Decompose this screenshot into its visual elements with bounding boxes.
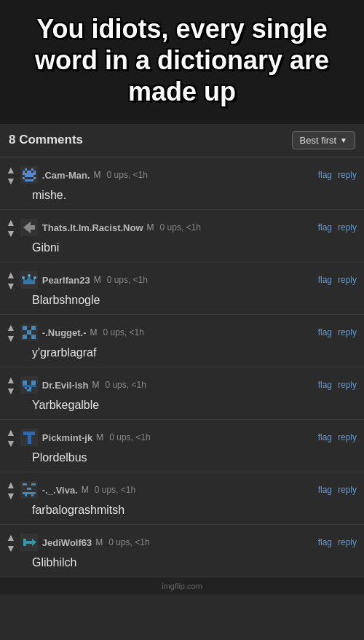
username: Thats.It.Im.Racist.Now <box>42 222 143 233</box>
comment-actions: flag reply <box>318 380 357 390</box>
vote-controls[interactable]: ▲ ▼ <box>6 270 16 291</box>
meta-info: 0 ups, <1h <box>109 432 317 442</box>
gender: M <box>94 275 101 285</box>
reply-link[interactable]: reply <box>338 222 357 233</box>
comment-meta-row: ▲ ▼ JediWolf63 M 0 ups, <1h flag reply <box>0 529 364 555</box>
svg-rect-40 <box>31 494 33 496</box>
svg-rect-19 <box>23 326 27 330</box>
svg-rect-42 <box>23 541 32 544</box>
svg-rect-28 <box>29 387 31 389</box>
comments-list: ▲ ▼ .Cam-Man. M 0 ups, <1h flag reply mi… <box>0 157 364 577</box>
downvote-button[interactable]: ▼ <box>6 491 16 501</box>
comment-meta-row: ▲ ▼ .Cam-Man. M 0 ups, <1h flag reply <box>0 162 364 187</box>
downvote-button[interactable]: ▼ <box>6 228 16 238</box>
meta-info: 0 ups, <1h <box>160 222 318 233</box>
comments-section: 8 Comments Best first ▼ ▲ ▼ .Cam-Man. M … <box>0 124 364 577</box>
vote-controls[interactable]: ▲ ▼ <box>6 532 16 553</box>
vote-controls[interactable]: ▲ ▼ <box>6 480 16 501</box>
vote-controls[interactable]: ▲ ▼ <box>6 217 16 238</box>
comment-text-row: Blarbshnogle <box>0 292 364 310</box>
svg-rect-30 <box>23 385 36 387</box>
comment-text-row: Glibhilch <box>0 555 364 572</box>
reply-link[interactable]: reply <box>338 170 357 180</box>
avatar <box>20 534 38 551</box>
flag-link[interactable]: flag <box>318 432 332 442</box>
reply-link[interactable]: reply <box>338 380 357 390</box>
downvote-button[interactable]: ▼ <box>6 438 16 448</box>
gender: M <box>92 380 99 390</box>
svg-rect-5 <box>33 171 36 173</box>
downvote-button[interactable]: ▼ <box>6 176 16 186</box>
meta-info: 0 ups, <1h <box>103 327 318 337</box>
flag-link[interactable]: flag <box>318 327 332 337</box>
username: Pickmint-jk <box>42 432 92 443</box>
svg-point-17 <box>33 276 36 279</box>
username: -._.Viva. <box>42 485 78 496</box>
svg-rect-44 <box>23 539 26 541</box>
svg-point-16 <box>22 276 25 279</box>
svg-rect-27 <box>25 387 27 389</box>
downvote-button[interactable]: ▼ <box>6 281 16 291</box>
flag-link[interactable]: flag <box>318 485 332 495</box>
comment-item: ▲ ▼ -.Nugget.- M 0 ups, <1h flag reply y… <box>0 315 364 367</box>
svg-point-15 <box>28 274 31 277</box>
upvote-button[interactable]: ▲ <box>6 322 16 332</box>
meme-title: You idiots, every single word in a dicti… <box>15 13 349 108</box>
flag-link[interactable]: flag <box>318 222 332 233</box>
meta-info: 0 ups, <1h <box>108 537 317 547</box>
sort-button[interactable]: Best first ▼ <box>292 131 355 149</box>
comment-text: y'grarblagraf <box>32 346 96 359</box>
downvote-button[interactable]: ▼ <box>6 543 16 553</box>
upvote-button[interactable]: ▲ <box>6 165 16 175</box>
comment-meta-row: ▲ ▼ Dr.EviI-ish M 0 ups, <1h flag reply <box>0 372 364 397</box>
vote-controls[interactable]: ▲ ▼ <box>6 427 16 448</box>
comments-count: 8 Comments <box>9 133 83 147</box>
reply-link[interactable]: reply <box>338 327 357 337</box>
downvote-button[interactable]: ▼ <box>6 386 16 396</box>
comment-actions: flag reply <box>318 485 357 495</box>
vote-controls[interactable]: ▲ ▼ <box>6 165 16 186</box>
gender: M <box>82 485 89 495</box>
username: Pearlfan23 <box>42 275 90 286</box>
upvote-button[interactable]: ▲ <box>6 270 16 280</box>
comment-actions: flag reply <box>318 275 357 285</box>
comments-header: 8 Comments Best first ▼ <box>0 124 364 157</box>
comment-actions: flag reply <box>318 327 357 337</box>
username: -.Nugget.- <box>42 327 87 338</box>
meta-info: 0 ups, <1h <box>105 380 317 390</box>
imgflip-credit: imgflip.com <box>0 577 364 595</box>
comment-item: ▲ ▼ Dr.EviI-ish M 0 ups, <1h flag reply … <box>0 367 364 420</box>
flag-link[interactable]: flag <box>318 170 332 180</box>
comment-text-row: y'grarblagraf <box>0 345 364 362</box>
upvote-button[interactable]: ▲ <box>6 375 16 385</box>
vote-controls[interactable]: ▲ ▼ <box>6 322 16 343</box>
flag-link[interactable]: flag <box>318 275 332 285</box>
gender: M <box>90 327 98 337</box>
comment-text-row: Gibni <box>0 240 364 257</box>
comment-meta-row: ▲ ▼ Thats.It.Im.Racist.Now M 0 ups, <1h … <box>0 214 364 240</box>
reply-link[interactable]: reply <box>338 485 357 495</box>
svg-rect-26 <box>31 381 36 385</box>
downvote-button[interactable]: ▼ <box>6 333 16 343</box>
comment-item: ▲ ▼ Pearlfan23 M 0 ups, <1h flag reply B… <box>0 262 364 315</box>
reply-link[interactable]: reply <box>338 537 357 547</box>
upvote-button[interactable]: ▲ <box>6 427 16 437</box>
comment-actions: flag reply <box>318 170 357 180</box>
svg-rect-32 <box>23 432 35 435</box>
upvote-button[interactable]: ▲ <box>6 532 16 542</box>
comment-actions: flag reply <box>318 537 357 547</box>
svg-rect-36 <box>31 483 36 485</box>
vote-controls[interactable]: ▲ ▼ <box>6 375 16 396</box>
username: Dr.EviI-ish <box>42 380 89 391</box>
reply-link[interactable]: reply <box>338 432 357 442</box>
flag-link[interactable]: flag <box>318 380 332 390</box>
svg-rect-4 <box>27 171 31 173</box>
flag-link[interactable]: flag <box>318 537 332 547</box>
svg-rect-38 <box>23 492 36 494</box>
reply-link[interactable]: reply <box>338 275 357 285</box>
avatar <box>20 376 38 394</box>
comment-item: ▲ ▼ -._.Viva. M 0 ups, <1h flag reply fa… <box>0 472 364 525</box>
upvote-button[interactable]: ▲ <box>6 480 16 490</box>
upvote-button[interactable]: ▲ <box>6 217 16 227</box>
comment-text-row: Yarbkegalble <box>0 397 364 415</box>
